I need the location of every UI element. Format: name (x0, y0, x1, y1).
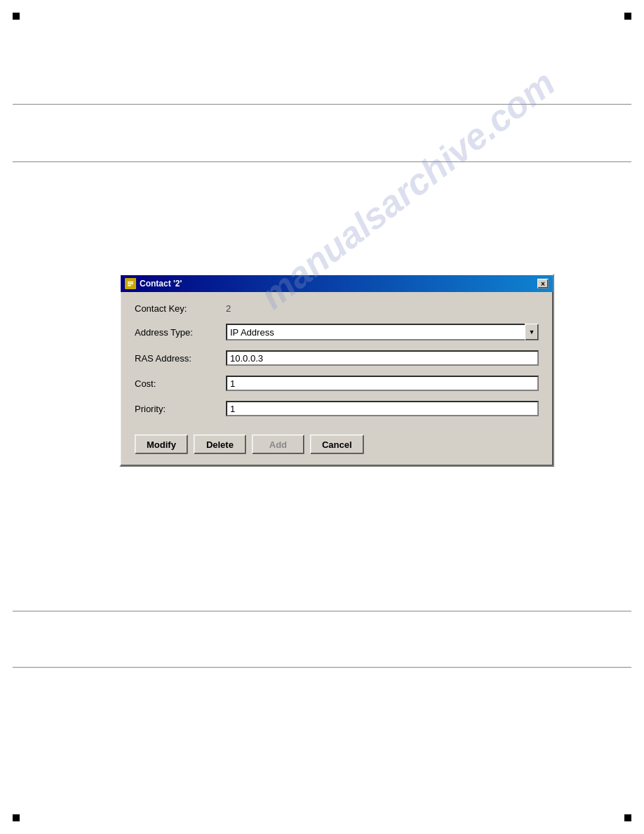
dialog-icon (125, 278, 136, 289)
dialog-close-button[interactable]: × (537, 279, 549, 289)
modify-button[interactable]: Modify (135, 435, 188, 454)
hr-bottom-1 (13, 611, 631, 611)
hr-bottom-2 (13, 667, 631, 668)
dialog-titlebar: Contact '2' × (121, 275, 553, 292)
priority-row: Priority: (135, 401, 539, 416)
svg-rect-3 (128, 285, 131, 286)
ras-address-row: RAS Address: (135, 350, 539, 366)
address-type-row: Address Type: IP Address E.164 H.323 ID … (135, 324, 539, 340)
corner-mark-br (624, 814, 631, 821)
contact-key-value: 2 (226, 303, 231, 314)
hr-top-2 (13, 161, 631, 162)
contact-key-row: Contact Key: 2 (135, 303, 539, 314)
ras-address-input[interactable] (226, 350, 539, 366)
watermark: manualsarchive.com (231, 108, 584, 271)
dialog-container: Contact '2' × Contact Key: 2 Address Typ… (119, 274, 554, 467)
hr-top-1 (13, 104, 631, 105)
corner-mark-tr (624, 13, 631, 20)
corner-mark-bl (13, 814, 20, 821)
buttons-row: Modify Delete Add Cancel (135, 429, 539, 454)
cost-input[interactable] (226, 376, 539, 391)
contact-key-label: Contact Key: (135, 303, 226, 314)
ras-address-label: RAS Address: (135, 353, 226, 364)
address-type-label: Address Type: (135, 327, 226, 338)
address-type-select-wrapper: IP Address E.164 H.323 ID URL (226, 324, 539, 340)
priority-input[interactable] (226, 401, 539, 416)
corner-mark-tl (13, 13, 20, 20)
svg-rect-1 (128, 282, 133, 283)
cost-row: Cost: (135, 376, 539, 391)
cancel-button[interactable]: Cancel (310, 435, 364, 454)
dialog-title-text: Contact '2' (140, 279, 182, 289)
delete-button[interactable]: Delete (194, 435, 246, 454)
cost-label: Cost: (135, 378, 226, 389)
dialog-body: Contact Key: 2 Address Type: IP Address … (121, 292, 553, 465)
svg-rect-2 (128, 284, 133, 285)
contact-dialog: Contact '2' × Contact Key: 2 Address Typ… (119, 274, 554, 467)
dialog-title-left: Contact '2' (125, 278, 182, 289)
priority-label: Priority: (135, 404, 226, 414)
address-type-select[interactable]: IP Address E.164 H.323 ID URL (226, 324, 539, 340)
add-button[interactable]: Add (252, 435, 304, 454)
